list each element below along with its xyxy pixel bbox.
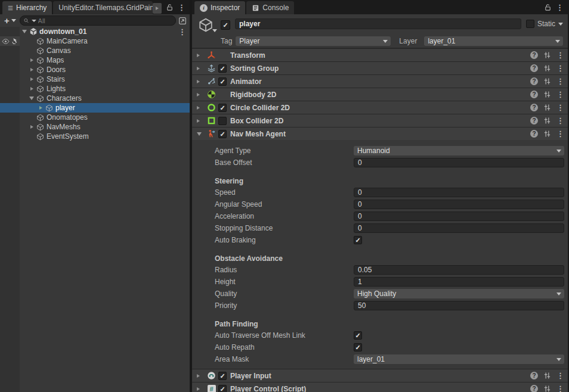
component-header-box-collider-2d[interactable]: Box Collider 2D ? ⋮ — [192, 114, 568, 127]
foldout-icon[interactable] — [27, 122, 36, 132]
foldout-icon[interactable] — [27, 65, 36, 74]
foldout-icon[interactable] — [197, 93, 206, 97]
layer-dropdown[interactable]: layer_01 — [424, 36, 563, 46]
tree-item-onomatopes[interactable]: Onomatopes — [0, 113, 190, 122]
foldout-icon[interactable] — [20, 27, 29, 36]
static-checkbox[interactable] — [526, 20, 534, 28]
foldout-icon[interactable] — [197, 67, 206, 70]
kebab-menu-icon[interactable]: ⋮ — [556, 77, 564, 85]
enabled-checkbox[interactable]: ✓ — [218, 372, 227, 380]
tab-console[interactable]: Console — [246, 1, 294, 14]
component-header-rigidbody-2d[interactable]: Rigidbody 2D ? ⋮ — [192, 88, 568, 101]
kebab-menu-icon[interactable]: ⋮ — [178, 4, 185, 11]
component-header-animator[interactable]: ✓ Animator ? ⋮ — [192, 74, 568, 88]
kebab-menu-icon[interactable]: ⋮ — [178, 28, 186, 36]
lock-icon[interactable] — [166, 4, 174, 11]
foldout-icon[interactable] — [27, 74, 36, 84]
component-header-sorting-group[interactable]: ✓ Sorting Group ? ⋮ — [192, 61, 568, 74]
search-box[interactable] — [20, 15, 176, 26]
acceleration-field[interactable]: 0 — [354, 211, 564, 221]
presets-icon[interactable] — [543, 77, 551, 85]
agent-type-dropdown[interactable]: Humanoid — [354, 146, 564, 155]
tab-hierarchy[interactable]: ☰ Hierarchy — [2, 1, 52, 14]
auto-traverse-checkbox[interactable]: ✓ — [354, 331, 362, 340]
kebab-menu-icon[interactable]: ⋮ — [556, 385, 564, 392]
component-header-nav-mesh-agent[interactable]: ✓ Nav Mesh Agent ? ⋮ — [192, 127, 568, 140]
foldout-icon[interactable] — [197, 54, 206, 57]
presets-icon[interactable] — [543, 117, 551, 125]
foldout-icon[interactable] — [197, 374, 206, 378]
auto-braking-checkbox[interactable]: ✓ — [354, 236, 362, 244]
radius-field[interactable]: 0.05 — [354, 265, 564, 275]
kebab-menu-icon[interactable]: ⋮ — [556, 64, 564, 72]
height-field[interactable]: 1 — [354, 277, 564, 287]
pick-window-icon[interactable] — [178, 17, 187, 25]
tag-dropdown[interactable]: Player — [236, 36, 391, 46]
foldout-icon[interactable] — [197, 132, 206, 136]
presets-icon[interactable] — [543, 385, 551, 392]
tree-item-lights[interactable]: Lights — [0, 84, 190, 94]
foldout-icon[interactable] — [197, 80, 206, 83]
tree-item-canvas[interactable]: Canvas — [0, 46, 190, 55]
enabled-checkbox[interactable]: ✓ — [218, 385, 227, 392]
tree-item-stairs[interactable]: Stairs — [0, 74, 190, 84]
component-header-player-input[interactable]: ✓ Player Input ? ⋮ — [192, 369, 568, 382]
search-input[interactable] — [38, 17, 172, 24]
angular-speed-field[interactable]: 0 — [354, 200, 564, 209]
help-icon[interactable]: ? — [530, 130, 538, 138]
kebab-menu-icon[interactable]: ⋮ — [556, 51, 564, 59]
tree-item-maincamera[interactable]: MainCamera — [0, 36, 190, 46]
tree-item-doors[interactable]: Doors — [0, 65, 190, 74]
tree-item-characters[interactable]: Characters — [0, 94, 190, 103]
gameobject-name-field[interactable] — [235, 18, 521, 29]
tree-item-maps[interactable]: Maps — [0, 55, 190, 65]
kebab-menu-icon[interactable]: ⋮ — [556, 117, 564, 125]
foldout-icon[interactable] — [197, 387, 206, 391]
tab-scroll-button[interactable] — [153, 3, 162, 14]
static-dropdown-caret-icon[interactable] — [558, 23, 563, 26]
presets-icon[interactable] — [543, 130, 551, 138]
tab-grid-painting[interactable]: UnityEditor.Tilemaps.GridPain — [53, 1, 153, 14]
base-offset-field[interactable]: 0 — [354, 158, 564, 167]
kebab-menu-icon[interactable]: ⋮ — [556, 104, 564, 111]
tree-item-scene[interactable]: downtown_01 ⋮ — [0, 27, 190, 36]
kebab-menu-icon[interactable]: ⋮ — [556, 91, 564, 98]
auto-repath-checkbox[interactable]: ✓ — [354, 343, 362, 351]
help-icon[interactable]: ? — [530, 77, 538, 85]
presets-icon[interactable] — [543, 51, 551, 59]
component-header-circle-collider-2d[interactable]: ✓ Circle Collider 2D ? ⋮ — [192, 101, 568, 114]
help-icon[interactable]: ? — [530, 51, 538, 59]
area-mask-dropdown[interactable]: layer_01 — [354, 354, 564, 364]
presets-icon[interactable] — [543, 372, 551, 379]
foldout-icon[interactable] — [36, 103, 45, 113]
foldout-icon[interactable] — [27, 94, 36, 103]
help-icon[interactable]: ? — [530, 385, 538, 392]
help-icon[interactable]: ? — [530, 104, 538, 111]
foldout-icon[interactable] — [197, 119, 206, 123]
foldout-icon[interactable] — [27, 84, 36, 94]
foldout-icon[interactable] — [27, 55, 36, 65]
kebab-menu-icon[interactable]: ⋮ — [556, 372, 564, 379]
help-icon[interactable]: ? — [530, 372, 538, 379]
presets-icon[interactable] — [543, 104, 551, 111]
enabled-checkbox[interactable]: ✓ — [218, 104, 227, 112]
presets-icon[interactable] — [543, 91, 551, 98]
help-icon[interactable]: ? — [530, 91, 538, 98]
tree-item-player[interactable]: player — [0, 103, 190, 113]
enabled-checkbox[interactable]: ✓ — [218, 77, 227, 86]
priority-field[interactable]: 50 — [354, 301, 564, 310]
component-header-player-control[interactable]: # ✓ Player Control (Script) ? ⋮ — [192, 382, 568, 392]
presets-icon[interactable] — [543, 64, 551, 72]
component-header-transform[interactable]: Transform ? ⋮ — [192, 48, 568, 61]
enabled-checkbox[interactable]: ✓ — [218, 130, 227, 138]
create-button[interactable]: + — [3, 15, 17, 26]
foldout-icon[interactable] — [197, 106, 206, 110]
enabled-checkbox[interactable]: ✓ — [218, 64, 227, 73]
help-icon[interactable]: ? — [530, 117, 538, 125]
stopping-distance-field[interactable]: 0 — [354, 223, 564, 233]
help-icon[interactable]: ? — [530, 64, 538, 72]
kebab-menu-icon[interactable]: ⋮ — [556, 130, 564, 138]
quality-dropdown[interactable]: High Quality — [354, 289, 564, 298]
speed-field[interactable]: 0 — [354, 188, 564, 197]
gameobject-icon[interactable] — [198, 17, 218, 33]
